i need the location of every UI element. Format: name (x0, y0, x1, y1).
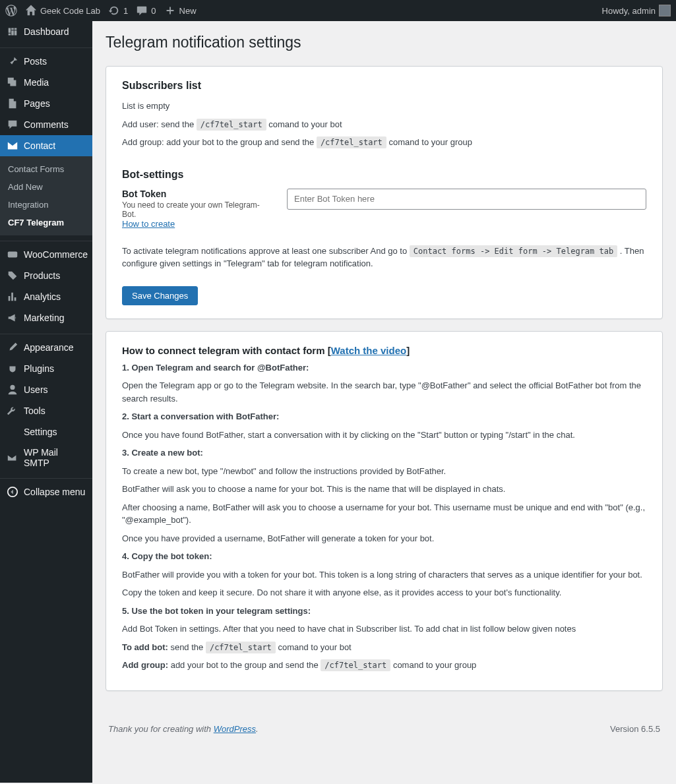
plus-icon (164, 5, 176, 16)
add-group-instruction: Add group: add your bot to the group and… (122, 136, 646, 149)
submenu-add-new[interactable]: Add New (0, 178, 92, 196)
add-user-instruction: Add user: send the /cf7tel_start comand … (122, 118, 646, 131)
mail-icon (7, 140, 18, 152)
menu-comments-label: Comments (24, 119, 69, 130)
howdy-text: Howdy, admin (602, 6, 656, 16)
watch-video-link[interactable]: Watch the video (331, 345, 406, 356)
collapse-icon (7, 486, 18, 498)
brush-icon (7, 342, 18, 353)
how-to-create-link[interactable]: How to create (122, 219, 175, 229)
menu-products[interactable]: Products (0, 265, 92, 286)
subscribers-heading: Subscribers list (122, 80, 646, 92)
home-icon (25, 5, 37, 16)
menu-appearance[interactable]: Appearance (0, 337, 92, 358)
menu-comments[interactable]: Comments (0, 114, 92, 135)
step3-text3: After choosing a name, BotFather will as… (122, 501, 646, 527)
menu-tools[interactable]: Tools (0, 400, 92, 421)
menu-wp-mail-smtp[interactable]: WP Mail SMTP (0, 442, 92, 473)
submenu-contact-forms[interactable]: Contact Forms (0, 160, 92, 178)
menu-users[interactable]: Users (0, 379, 92, 400)
update-icon (108, 5, 120, 16)
menu-posts-label: Posts (24, 56, 47, 67)
step5-addbot: To add bot: send the /cf7tel_start coman… (122, 641, 646, 654)
bot-token-label-block: Bot Token You need to create your own Te… (122, 189, 267, 229)
menu-wpmailsmtp-label: WP Mail SMTP (24, 447, 86, 468)
svg-rect-0 (8, 252, 17, 258)
site-name-link[interactable]: Geek Code Lab (25, 5, 100, 16)
step5-title: 5. Use the bot token in your telegram se… (122, 605, 646, 618)
menu-users-label: Users (24, 384, 48, 395)
step5-text1: Add Bot Token in settings. After that yo… (122, 622, 646, 636)
step3-title: 3. Create a new bot: (122, 446, 646, 460)
submenu-integration[interactable]: Integration (0, 196, 92, 214)
step4-text1: BotFather will provide you with a token … (122, 568, 646, 582)
media-icon (7, 76, 18, 88)
menu-contact[interactable]: Contact (0, 135, 92, 156)
plug-icon (7, 363, 18, 375)
menu-analytics[interactable]: Analytics (0, 286, 92, 307)
wordpress-link[interactable]: WordPress (214, 724, 256, 734)
menu-dashboard[interactable]: Dashboard (0, 21, 92, 42)
megaphone-icon (7, 312, 18, 324)
wrench-icon (7, 405, 18, 417)
admin-bar: Geek Code Lab 1 0 New Howdy, admin (0, 0, 676, 21)
save-changes-button[interactable]: Save Changes (122, 286, 198, 305)
botsettings-heading: Bot-settings (122, 169, 646, 181)
wp-logo[interactable] (5, 5, 17, 16)
menu-pages[interactable]: Pages (0, 93, 92, 114)
products-icon (7, 270, 18, 282)
bot-token-label: Bot Token (122, 189, 166, 199)
avatar-icon (659, 5, 671, 16)
menu-dashboard-label: Dashboard (24, 26, 69, 37)
step2-title: 2. Start a conversation with BotFather: (122, 410, 646, 423)
menu-media[interactable]: Media (0, 72, 92, 93)
howto-heading: How to connect telegram with contact for… (122, 345, 646, 356)
updates-count: 1 (123, 6, 128, 16)
pin-icon (7, 55, 18, 67)
new-content-link[interactable]: New (164, 5, 197, 16)
page-title: Telegram notification settings (106, 28, 663, 54)
step1-title: 1. Open Telegram and search for @BotFath… (122, 361, 646, 375)
content-area: Telegram notification settings Subscribe… (92, 21, 676, 783)
comments-link[interactable]: 0 (136, 5, 156, 16)
nav-path-code: Contact forms -> Edit form -> Telegram t… (410, 245, 617, 257)
cmd-code: /cf7tel_start (317, 136, 386, 148)
howto-panel: How to connect telegram with contact for… (106, 331, 663, 691)
bot-token-input[interactable] (287, 189, 646, 210)
new-label: New (179, 6, 197, 16)
sliders-icon (7, 426, 18, 438)
step3-text2: BotFather will ask you to choose a name … (122, 483, 646, 496)
menu-products-label: Products (24, 270, 60, 281)
menu-media-label: Media (24, 77, 49, 88)
step5-addgroup: Add group: add your bot to the group and… (122, 659, 646, 672)
woo-icon (7, 249, 18, 260)
menu-posts[interactable]: Posts (0, 51, 92, 72)
site-name-text: Geek Code Lab (40, 6, 100, 16)
menu-settings[interactable]: Settings (0, 421, 92, 442)
menu-plugins[interactable]: Plugins (0, 358, 92, 379)
admin-sidebar: Dashboard Posts Media Pages Comments Con… (0, 21, 92, 783)
menu-woocommerce[interactable]: WooCommerce (0, 244, 92, 265)
updates-link[interactable]: 1 (108, 5, 128, 16)
menu-appearance-label: Appearance (24, 342, 74, 353)
footer-thanks: Thank you for creating with WordPress. (108, 724, 259, 734)
menu-woocommerce-label: WooCommerce (24, 249, 88, 260)
collapse-menu[interactable]: Collapse menu (0, 481, 92, 502)
collapse-label: Collapse menu (24, 487, 85, 497)
footer-version: Version 6.5.5 (610, 724, 660, 734)
menu-settings-label: Settings (24, 427, 57, 437)
menu-marketing-label: Marketing (24, 313, 64, 323)
cmd-code: /cf7tel_start (321, 659, 390, 671)
comment-icon (136, 5, 148, 16)
submenu-cf7-telegram[interactable]: CF7 Telegram (0, 214, 92, 231)
menu-analytics-label: Analytics (24, 291, 61, 302)
analytics-icon (7, 291, 18, 303)
comments-count: 0 (151, 6, 156, 16)
settings-panel: Subscribers list List is empty Add user:… (106, 66, 663, 319)
step4-text2: Copy the token and keep it secure. Do no… (122, 586, 646, 599)
activate-instruction: To activate telegram notifications appro… (122, 245, 646, 270)
account-link[interactable]: Howdy, admin (602, 5, 671, 16)
menu-marketing[interactable]: Marketing (0, 307, 92, 328)
menu-tools-label: Tools (24, 406, 46, 416)
comments-icon (7, 119, 18, 131)
